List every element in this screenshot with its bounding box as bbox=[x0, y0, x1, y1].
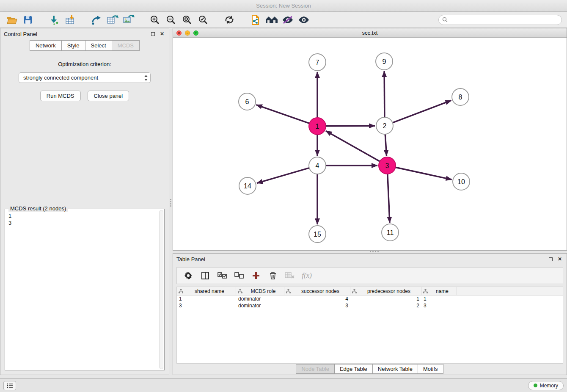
table-cell: 1 bbox=[350, 295, 421, 302]
table-cell: 1 bbox=[421, 295, 457, 302]
edge-3-11[interactable] bbox=[388, 174, 390, 223]
node-table: shared nameMCDS rolesuccessor nodesprede… bbox=[176, 287, 563, 364]
memory-status-icon bbox=[534, 384, 537, 387]
tab-network-table[interactable]: Network Table bbox=[372, 364, 418, 374]
zoom-in-icon[interactable] bbox=[148, 14, 162, 26]
tab-select[interactable]: Select bbox=[85, 40, 112, 51]
control-panel-title: Control Panel bbox=[4, 31, 37, 37]
network-window-titlebar: scc.txt ✕ − + bbox=[173, 28, 567, 38]
tab-edge-table[interactable]: Edge Table bbox=[334, 364, 373, 374]
tree-icon bbox=[352, 289, 357, 293]
table-panel-header: Table Panel ✕ bbox=[173, 254, 567, 265]
hide-details-icon[interactable] bbox=[281, 14, 295, 26]
close-panel-button[interactable]: Close panel bbox=[88, 91, 129, 101]
columns-icon[interactable] bbox=[200, 270, 211, 281]
tab-motifs[interactable]: Motifs bbox=[418, 364, 443, 374]
homes-icon[interactable] bbox=[265, 14, 278, 26]
delete-icon[interactable] bbox=[267, 270, 278, 281]
edge-2-3[interactable] bbox=[385, 134, 386, 156]
main-toolbar bbox=[0, 12, 567, 28]
table-cell: 4 bbox=[284, 295, 350, 302]
network-window: scc.txt ✕ − + 7968124310141511 bbox=[173, 28, 567, 251]
optimization-criterion-label: Optimization criterion: bbox=[0, 61, 169, 67]
search-input[interactable] bbox=[450, 17, 558, 23]
table-panel: Table Panel ✕ bbox=[173, 253, 567, 375]
edge-1-6[interactable] bbox=[256, 105, 309, 124]
export-network-icon[interactable] bbox=[90, 14, 103, 26]
table-cell: 1 bbox=[177, 295, 236, 302]
tab-mcds[interactable]: MCDS bbox=[112, 40, 140, 51]
node-label-4: 4 bbox=[316, 162, 319, 169]
run-mcds-button[interactable]: Run MCDS bbox=[40, 91, 81, 101]
close-panel-icon[interactable]: ✕ bbox=[159, 30, 165, 37]
tree-icon bbox=[179, 289, 183, 293]
edge-2-9[interactable] bbox=[384, 71, 385, 117]
table-cell: 3 bbox=[421, 302, 457, 309]
column-header[interactable]: successor nodes bbox=[284, 287, 350, 295]
save-session-icon[interactable] bbox=[21, 14, 35, 26]
edge-1-2[interactable] bbox=[326, 126, 375, 126]
chevron-updown-icon bbox=[143, 75, 149, 81]
node-label-10: 10 bbox=[457, 178, 465, 185]
mcds-tab-content: Optimization criterion: strongly connect… bbox=[0, 51, 169, 375]
zoom-fit-icon[interactable] bbox=[180, 14, 194, 26]
table-panel-title: Table Panel bbox=[176, 256, 205, 262]
task-history-button[interactable] bbox=[3, 381, 16, 390]
gear-icon[interactable] bbox=[183, 270, 194, 281]
node-label-7: 7 bbox=[316, 59, 319, 66]
node-label-14: 14 bbox=[244, 182, 251, 190]
export-image-icon[interactable] bbox=[122, 14, 135, 26]
control-panel-header: Control Panel ✕ bbox=[0, 28, 169, 39]
table-cell: dominator bbox=[236, 302, 284, 309]
tab-network[interactable]: Network bbox=[30, 40, 62, 51]
zoom-selected-icon[interactable] bbox=[196, 14, 210, 26]
status-bar: Memory bbox=[0, 378, 567, 392]
table-toolbar: f(x) bbox=[176, 267, 563, 284]
table-cell: 3 bbox=[284, 302, 350, 309]
deselect-all-icon[interactable] bbox=[234, 270, 245, 281]
add-icon[interactable] bbox=[250, 270, 261, 281]
node-label-2: 2 bbox=[383, 122, 387, 130]
column-header[interactable]: shared name bbox=[177, 287, 236, 295]
table-row[interactable]: 1dominator411 bbox=[177, 295, 563, 302]
result-scrollbar[interactable] bbox=[159, 210, 163, 369]
export-table-icon[interactable] bbox=[106, 14, 119, 26]
edge-4-14[interactable] bbox=[257, 168, 309, 183]
apply-layout-icon[interactable] bbox=[223, 14, 236, 26]
float-panel-icon[interactable] bbox=[149, 30, 156, 37]
mcds-result-title: MCDS result (2 nodes) bbox=[8, 205, 68, 212]
clear-table-icon[interactable] bbox=[284, 270, 295, 281]
search-field[interactable] bbox=[438, 15, 562, 25]
table-cell: 2 bbox=[350, 302, 421, 309]
open-session-icon[interactable] bbox=[5, 14, 19, 26]
column-header[interactable]: name bbox=[421, 287, 457, 295]
zoom-out-icon[interactable] bbox=[164, 14, 178, 26]
edge-3-10[interactable] bbox=[396, 167, 452, 179]
tab-node-table[interactable]: Node Table bbox=[296, 364, 335, 374]
mcds-result-box: MCDS result (2 nodes) 1 3 bbox=[5, 209, 165, 370]
tree-icon bbox=[238, 289, 242, 293]
memory-label: Memory bbox=[540, 383, 558, 389]
control-panel-tabs: Network Style Select MCDS bbox=[0, 40, 169, 51]
import-network-icon[interactable] bbox=[47, 14, 61, 26]
table-row[interactable]: 3dominator323 bbox=[177, 302, 563, 309]
column-header[interactable]: predecessor nodes bbox=[350, 287, 421, 295]
search-icon bbox=[442, 17, 448, 22]
memory-button[interactable]: Memory bbox=[528, 381, 564, 390]
edge-3-1[interactable] bbox=[326, 131, 380, 161]
optimization-criterion-select[interactable]: strongly connected component bbox=[19, 72, 151, 83]
edge-2-8[interactable] bbox=[393, 100, 451, 123]
float-table-panel-icon[interactable] bbox=[547, 256, 554, 262]
document-network-icon[interactable] bbox=[249, 14, 262, 26]
show-graphics-details-icon[interactable] bbox=[297, 14, 311, 26]
select-all-icon[interactable] bbox=[217, 270, 228, 281]
function-icon[interactable]: f(x) bbox=[301, 270, 312, 281]
node-label-11: 11 bbox=[387, 229, 394, 236]
import-table-icon[interactable] bbox=[63, 14, 77, 26]
vertical-splitter[interactable] bbox=[169, 28, 173, 375]
network-canvas[interactable]: 7968124310141511 bbox=[173, 38, 567, 250]
node-label-6: 6 bbox=[245, 98, 249, 105]
close-table-panel-icon[interactable]: ✕ bbox=[556, 256, 563, 262]
tab-style[interactable]: Style bbox=[61, 40, 85, 51]
column-header[interactable]: MCDS role bbox=[236, 287, 284, 295]
